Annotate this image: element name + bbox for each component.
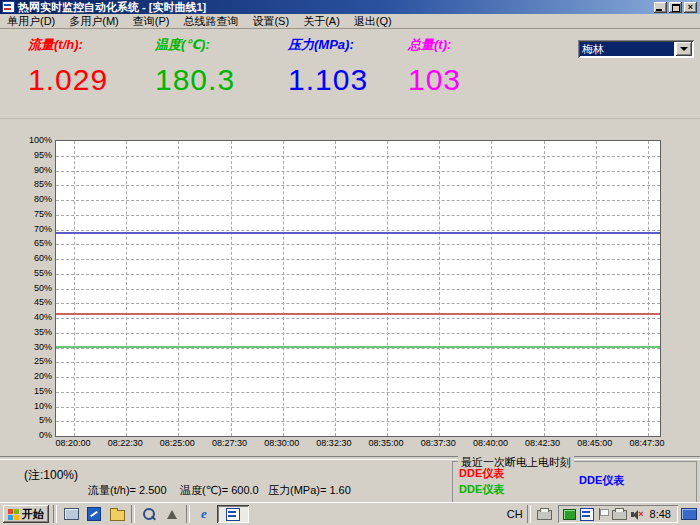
panel-divider-top [0, 118, 700, 121]
x-tick-label: 08:47:30 [622, 438, 672, 448]
system-tray: × 8:48 [558, 505, 678, 523]
pressure-label: 压力(MPa): [288, 36, 368, 54]
app-icon [2, 1, 15, 13]
x-tick-label: 08:35:00 [361, 438, 411, 448]
flag-icon[interactable] [598, 508, 608, 520]
horizontal-gridline [56, 244, 660, 245]
dde-meter-green: DDE仪表 [459, 482, 504, 497]
readout-total: 总量(t): 103 [408, 36, 461, 97]
menu-query[interactable]: 查询(P) [126, 14, 177, 28]
panel-divider-bottom [0, 456, 700, 460]
y-tick-label: 60% [34, 253, 52, 263]
station-combobox[interactable]: 梅林 [578, 40, 694, 58]
tray-printer[interactable] [535, 505, 555, 523]
x-tick-label: 08:32:30 [309, 438, 359, 448]
horizontal-gridline [56, 156, 660, 157]
restore-button[interactable] [669, 2, 682, 13]
restore-icon [672, 4, 680, 12]
x-tick-label: 08:22:30 [100, 438, 150, 448]
close-button[interactable]: × [684, 2, 697, 13]
x-tick-label: 08:45:00 [570, 438, 620, 448]
quicklaunch-folder[interactable] [107, 505, 127, 523]
muted-speaker-icon[interactable]: × [631, 509, 644, 520]
y-tick-label: 15% [34, 386, 52, 396]
dde-meter-blue: DDE仪表 [579, 473, 624, 488]
quicklaunch-computer[interactable] [61, 505, 81, 523]
readout-pressure: 压力(MPa): 1.103 [288, 36, 368, 97]
printer-tray-icon[interactable] [612, 510, 627, 520]
temperature-value: 180.3 [155, 63, 235, 97]
horizontal-gridline [56, 200, 660, 201]
horizontal-gridline [56, 215, 660, 216]
pressure-scale-text: 压力(MPa)= 1.60 [268, 483, 351, 498]
horizontal-gridline [56, 230, 660, 231]
plot-area [55, 140, 661, 437]
horizontal-gridline [56, 259, 660, 260]
language-indicator[interactable]: CH [507, 508, 523, 520]
taskbar-separator [131, 505, 135, 523]
vertical-gridline [178, 141, 179, 436]
folder-icon [110, 510, 125, 521]
horizontal-gridline [56, 407, 660, 408]
minimize-button[interactable] [654, 2, 667, 13]
y-tick-label: 35% [34, 327, 52, 337]
menu-busline-query[interactable]: 总线路查询 [176, 14, 245, 28]
quicklaunch-search[interactable] [139, 505, 159, 523]
y-tick-label: 70% [34, 224, 52, 234]
vertical-gridline [231, 141, 232, 436]
dde-meter-red: DDE仪表 [459, 466, 504, 481]
taskbar-separator [527, 505, 531, 523]
windows-logo-icon [8, 509, 19, 520]
horizontal-gridline [56, 377, 660, 378]
y-axis-labels: 100%95%90%85%80%75%70%65%60%55%50%45%40%… [16, 0, 52, 460]
show-desktop-icon[interactable] [681, 508, 697, 520]
x-tick-label: 08:42:30 [518, 438, 568, 448]
start-button[interactable]: 开始 [3, 505, 49, 523]
scale-note: (注:100%) [24, 467, 78, 484]
green-status-icon[interactable] [563, 509, 576, 520]
quicklaunch-send[interactable] [162, 505, 182, 523]
y-tick-label: 90% [34, 165, 52, 175]
series-line-温度(℃) [56, 346, 660, 348]
taskbar-separator [53, 505, 57, 523]
vertical-gridline [491, 141, 492, 436]
temperature-label: 温度(℃): [155, 36, 235, 54]
vertical-gridline [74, 141, 75, 436]
horizontal-gridline [56, 185, 660, 186]
horizontal-gridline [56, 392, 660, 393]
vertical-gridline [596, 141, 597, 436]
vertical-gridline [335, 141, 336, 436]
blue-app-icon [87, 507, 101, 521]
combobox-dropdown-button[interactable] [676, 42, 692, 56]
temperature-scale-text: 温度(℃)= 600.0 [180, 483, 259, 498]
horizontal-gridline [56, 303, 660, 304]
desktop: 热网实时监控自动化系统 - [实时曲线1] × 单用户(D) 多用户(M) 查询… [0, 0, 700, 525]
horizontal-gridline [56, 318, 660, 319]
active-task-button[interactable] [217, 505, 249, 523]
total-label: 总量(t): [408, 36, 461, 54]
menu-exit[interactable]: 退出(Q) [347, 14, 399, 28]
vertical-gridline [387, 141, 388, 436]
menu-settings[interactable]: 设置(S) [245, 14, 296, 28]
arrow-icon [167, 510, 177, 519]
x-tick-label: 08:30:00 [257, 438, 307, 448]
y-tick-label: 40% [34, 312, 52, 322]
vertical-gridline [126, 141, 127, 436]
menu-multi-user[interactable]: 多用户(M) [62, 14, 126, 28]
quicklaunch-app[interactable] [84, 505, 104, 523]
x-axis-labels: 08:20:0008:22:3008:25:0008:27:3008:30:00… [0, 438, 700, 450]
quicklaunch-ie[interactable]: e [194, 505, 214, 523]
vertical-gridline [439, 141, 440, 436]
y-tick-label: 10% [34, 401, 52, 411]
ie-icon: e [201, 506, 207, 522]
clock: 8:48 [648, 508, 673, 520]
menu-about[interactable]: 关于(A) [296, 14, 347, 28]
y-tick-label: 5% [39, 415, 52, 425]
series-line-压力(MPa) [56, 232, 660, 234]
pressure-value: 1.103 [288, 63, 368, 97]
station-selected-value[interactable]: 梅林 [580, 42, 674, 56]
x-tick-label: 08:25:00 [152, 438, 202, 448]
series-line-流量(t/h) [56, 313, 660, 315]
app-tray-icon[interactable] [580, 508, 594, 521]
total-value: 103 [408, 63, 461, 97]
